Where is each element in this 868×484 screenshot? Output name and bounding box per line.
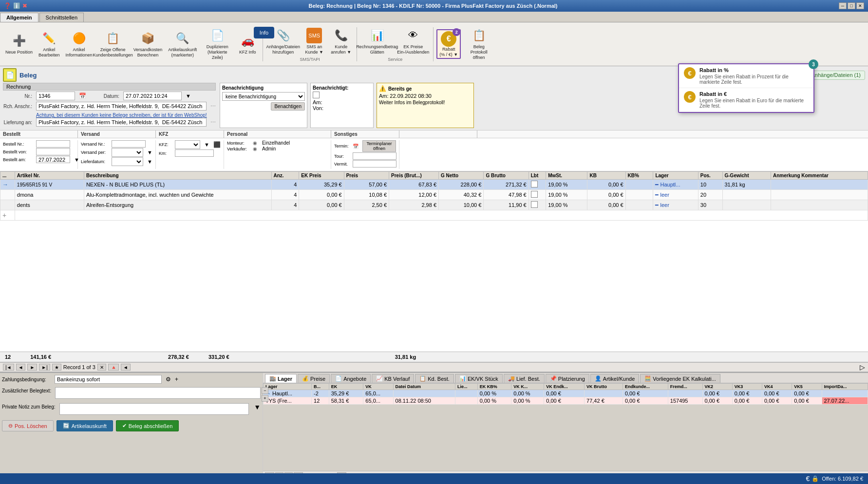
lbt-checkbox-3[interactable] — [531, 201, 538, 208]
rabatt-euro-dropdown-icon: € — [684, 91, 696, 103]
nav-last-button[interactable]: ►| — [39, 364, 50, 371]
zusaetzlicher-add-btn[interactable]: + — [262, 395, 268, 402]
benachrichtigt-checkbox[interactable] — [313, 92, 320, 98]
tab-ek-vk[interactable]: 📊 EK/VK Stück — [455, 374, 503, 383]
rabatt-euro-item[interactable]: € Rabatt in € Legen Sie einen Rabatt in … — [679, 88, 813, 112]
tab-angebote[interactable]: 📄 Angebote — [331, 374, 371, 383]
versand-per-dropdown[interactable]: ▼ — [147, 149, 152, 155]
bestell-nr-input[interactable] — [36, 140, 70, 148]
versand-nr-input[interactable] — [112, 140, 146, 148]
minimize-button[interactable]: ─ — [839, 2, 847, 9]
close-button[interactable]: ✕ — [856, 2, 864, 9]
rch-input[interactable] — [36, 102, 207, 111]
app-icon-q[interactable]: ❓ — [4, 2, 11, 9]
zeige-offene-button[interactable]: 📋 Zeige OffeneKundenbestellungen — [96, 29, 130, 59]
private-notiz-textarea[interactable] — [59, 403, 249, 415]
app-icon-x[interactable]: ✖ — [22, 2, 27, 9]
tab-preise[interactable]: 💰 Preise — [298, 374, 330, 383]
zahlungsbedingung-icon2[interactable]: + — [175, 376, 178, 383]
kunde-anrufen-button[interactable]: 📞 Kundeanrufen ▼ — [328, 26, 354, 56]
table-row[interactable]: dmona Alu-Komplettradmontage, incl. wuch… — [0, 190, 868, 200]
calendar-icon[interactable]: 📅 — [79, 93, 86, 99]
nav-search-button[interactable]: ◄ — [121, 364, 131, 371]
zahlungsbedingung-input[interactable] — [55, 375, 162, 384]
artikelauskunft-tb-button[interactable]: 🔍 Artikelauskunft(markierter) — [166, 29, 199, 59]
tour-input[interactable] — [353, 152, 396, 160]
vermit-input[interactable] — [353, 160, 396, 168]
lieferdatum-select[interactable] — [112, 157, 143, 166]
rch-more-icon[interactable]: ⋯ — [210, 103, 216, 110]
bestellt-von-input[interactable] — [36, 148, 70, 155]
artikel-info-button[interactable]: 🟠 ArtikelInformationen — [63, 29, 95, 59]
nav-new-button[interactable]: ★ — [52, 364, 61, 371]
maximize-button[interactable]: □ — [848, 2, 855, 9]
versandkosten-button[interactable]: 📦 VersandkostenBerechnen — [131, 29, 165, 59]
tab-kd-best[interactable]: 📋 Kd. Best. — [415, 374, 454, 383]
toolbar-divider-3 — [433, 27, 434, 61]
lieferung-input[interactable] — [36, 118, 207, 127]
km-input[interactable] — [175, 149, 214, 157]
lager-row[interactable]: → Hauptl... -2 35,29 € 65,0... 0,00 % 0,… — [264, 390, 868, 397]
artikel-bearbeiten-button[interactable]: ✏️ ArtikelBearbeiten — [36, 29, 62, 59]
lieferdatum-dropdown[interactable]: ▼ — [147, 159, 152, 165]
table-scroll[interactable]: ... Artikel Nr. Beschreibung Anz. EK Pre… — [0, 171, 868, 221]
cell-g-brutto-1: 271,32 € — [484, 180, 528, 190]
zahlungsbedingung-icon1[interactable]: ⚙ — [166, 376, 171, 383]
tab-lief-best[interactable]: 🚚 Lief. Best. — [504, 374, 545, 383]
pos-loeschen-button[interactable]: ⊖ Pos. Löschen — [2, 420, 54, 431]
lbt-checkbox-1[interactable] — [531, 181, 538, 187]
tab-kb-verlauf[interactable]: 📈 KB Verlauf — [372, 374, 414, 383]
sms-button[interactable]: SMS SMS anKunde ▼ — [302, 26, 326, 56]
nav-first-button[interactable]: |◄ — [3, 364, 14, 371]
zeige-offene-label: Zeige OffeneKundenbestellungen — [93, 47, 133, 58]
benachrichtigen-button[interactable]: Benachtigen — [271, 102, 305, 111]
private-notiz-expand-icon[interactable]: ▼ — [253, 403, 261, 411]
tab-artikel-kunde[interactable]: 👤 Artikel/Kunde — [590, 374, 639, 383]
tab-vorliegende[interactable]: 🧮 Vorliegende EK Kalkulati... — [640, 374, 720, 383]
versand-per-select[interactable] — [112, 148, 143, 157]
lager-row[interactable]: TYS (Fre... 12 58,31 € 65,0... 08.11.22 … — [264, 397, 868, 405]
nr-input[interactable] — [36, 92, 75, 100]
zusaetzlicher-textarea[interactable] — [55, 387, 261, 399]
km-row: Km: — [159, 149, 221, 157]
lieferung-more-icon[interactable]: ⋯ — [210, 119, 216, 126]
kfz-add-icon[interactable]: ⬛ — [213, 141, 221, 148]
tab-schnittstellen[interactable]: Schnittstellen — [39, 13, 84, 22]
artikelauskunft-bottom-button[interactable]: 🔄 Artikelauskunft — [57, 420, 113, 431]
beleg-protokoll-button[interactable]: 📋 Beleg Protokollöffnen — [462, 26, 496, 61]
terminplaner-button[interactable]: Terminplaner öffnen — [362, 140, 396, 152]
nav-delete-button[interactable]: ✕ — [97, 364, 106, 371]
tab-lager[interactable]: 🏬 Lager — [265, 374, 297, 383]
status-text: Offen: 6.109,82 € — [822, 476, 863, 482]
rechnungsend-button[interactable]: 📊 RechnungsendbetragGlätten — [360, 26, 394, 56]
lager-table-area[interactable]: Lager B... EK VK Datei Datum Lie... EK K… — [263, 383, 868, 471]
nav-next-button[interactable]: ► — [27, 364, 37, 371]
kfz-dropdown[interactable]: ▼ — [204, 142, 209, 148]
table-row[interactable]: → 195/65R15 91 V NEXEN - N BLUE HD PLUS … — [0, 180, 868, 190]
table-row[interactable]: dents Alreifen-Entsorgung 4 0,00 € 2,50 … — [0, 200, 868, 210]
warning-text[interactable]: Achtung, bei diesem Kunden keine Belege … — [36, 112, 207, 118]
lager-tab-label: Lager — [278, 376, 292, 382]
tab-allgemein[interactable]: Allgemein — [0, 13, 38, 22]
rabatt-percent-item[interactable]: € Rabatt in % Legen Sie einen Rabatt in … — [679, 64, 813, 88]
beleg-abschliessen-button[interactable]: ✔ Beleg abschließen — [116, 420, 179, 431]
datum-input[interactable] — [123, 92, 182, 100]
datum-dropdown-icon[interactable]: ▼ — [186, 93, 191, 99]
scroll-right-icon[interactable]: ▷ — [860, 363, 865, 371]
benachrichtigung-select[interactable]: keine Benachrichtigung — [222, 92, 305, 101]
add-row-icon[interactable]: + — [2, 211, 6, 219]
app-icon-i[interactable]: ℹ️ — [13, 2, 20, 9]
kfz-select[interactable] — [175, 140, 200, 149]
rabatt-button[interactable]: € 2 Rabatt(% / €) ▼ — [436, 29, 461, 59]
duplizieren-button[interactable]: 📄 Duplizieren(Markierte Zeile) — [200, 26, 234, 61]
neue-position-button[interactable]: ➕ Neue Position — [3, 32, 35, 56]
vermit-label: Vermit. — [334, 162, 349, 167]
nav-prev-button[interactable]: ◄ — [16, 364, 26, 371]
sms-tapi-group: 📎 Anhänge/Dateienhinzufügen SMS SMS anKu… — [266, 26, 354, 62]
tab-platzierung[interactable]: 📌 Platzierung — [546, 374, 589, 383]
zusaetzlicher-remove-btn[interactable]: − — [262, 387, 268, 394]
bestellt-am-input[interactable] — [36, 156, 70, 163]
ek-preise-button[interactable]: 👁 EK PreiseEin-/Ausblenden — [396, 26, 430, 56]
lbt-checkbox-2[interactable] — [531, 191, 538, 198]
nav-flag-button[interactable]: 🔺 — [108, 364, 119, 371]
